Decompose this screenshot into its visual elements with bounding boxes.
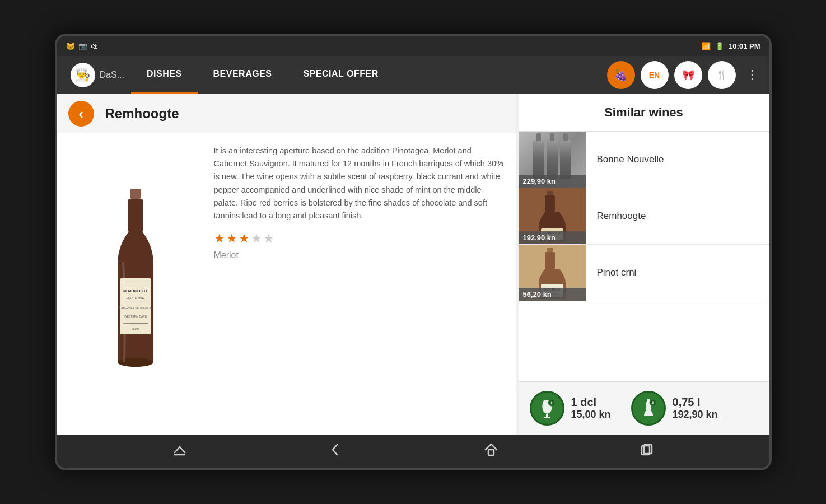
wine-name-remhoogte: Remhoogte xyxy=(586,211,646,222)
svg-text:ESTATE WINE: ESTATE WINE xyxy=(126,296,145,300)
wine-variety: Merlot xyxy=(214,250,239,260)
svg-text:🍴: 🍴 xyxy=(716,69,727,80)
bottle-2 xyxy=(547,140,558,179)
svg-rect-37 xyxy=(488,450,494,455)
add-dcl-info: 1 dcl 15,00 kn xyxy=(571,396,611,421)
nav-actions: 🍇 EN 🎀 🍴 ⋮ xyxy=(607,61,763,89)
nav-home-icon xyxy=(484,442,498,457)
tab-beverages[interactable]: BEVERAGES xyxy=(198,56,288,94)
grapes-button[interactable]: 🍇 xyxy=(607,61,635,89)
add-bottle-button[interactable]: + 0,75 l 192,90 kn xyxy=(631,391,718,426)
add-dcl-button[interactable]: + 1 dcl 15,00 kn xyxy=(530,391,611,426)
add-bottle-price: 192,90 kn xyxy=(673,409,718,421)
svg-text:+: + xyxy=(651,400,655,406)
nav-up-icon xyxy=(172,442,187,457)
status-left-icons: 🐱 📷 🛍 xyxy=(66,42,98,50)
nav-back-icon xyxy=(328,442,343,457)
wine-name-bonne: Bonne Nouvelle xyxy=(586,154,664,165)
service-button[interactable]: 🎀 xyxy=(674,61,702,89)
battery-icon: 🔋 xyxy=(715,42,724,50)
wine-thumb-bonne-nouvelle: 229,90 kn xyxy=(519,132,586,188)
left-panel-body: REMHOOGTE ESTATE WINE CABERNET SAUVIGNON… xyxy=(57,133,516,435)
status-bar: 🐱 📷 🛍 📶 🔋 10:01 PM xyxy=(57,36,769,56)
language-button[interactable]: EN xyxy=(641,61,669,89)
status-right: 📶 🔋 10:01 PM xyxy=(702,42,760,50)
wifi-icon: 📶 xyxy=(702,42,711,50)
add-dcl-volume: 1 dcl xyxy=(571,396,611,409)
left-panel: ‹ Remhoogte xyxy=(57,94,516,435)
svg-text:+: + xyxy=(550,400,553,406)
right-panel: Similar wines 229,90 kn Bonne Nouvelle xyxy=(519,94,769,435)
svg-rect-15 xyxy=(547,191,553,195)
bottle-1 xyxy=(533,140,544,179)
svg-rect-16 xyxy=(545,195,555,212)
logo-text: DaS... xyxy=(100,70,124,80)
wine-price-bonne: 229,90 kn xyxy=(519,175,586,188)
svg-text:WESTERN CAPE: WESTERN CAPE xyxy=(124,315,147,318)
add-bottle-info: 0,75 l 192,90 kn xyxy=(673,396,718,421)
similar-wine-list: 229,90 kn Bonne Nouvelle xyxy=(519,132,769,381)
svg-rect-22 xyxy=(547,248,553,252)
add-dcl-circle: + xyxy=(530,391,564,426)
wine-rating: ★ ★ ★ ★ ★ xyxy=(214,231,505,246)
main-content: ‹ Remhoogte xyxy=(57,94,769,435)
device-frame: 🐱 📷 🛍 📶 🔋 10:01 PM 👨‍🍳 DaS... DISHES BEV… xyxy=(55,34,772,470)
wine-price-pinot: 56,20 kn xyxy=(519,288,586,301)
wine-glass-icon: + xyxy=(537,398,557,418)
svg-rect-12 xyxy=(123,323,148,324)
tab-dishes[interactable]: DISHES xyxy=(131,56,198,94)
tab-special-offer[interactable]: SPECIAL OFFER xyxy=(288,56,394,94)
wine-item-remhoogte[interactable]: REMHOOGTE ESTATE 192,90 kn Remhoogte xyxy=(519,188,769,245)
star-4: ★ xyxy=(251,231,262,246)
add-bottle-volume: 0,75 l xyxy=(673,396,718,409)
clock: 10:01 PM xyxy=(729,42,760,50)
fork-knife-icon: 🍴 xyxy=(716,69,728,81)
wine-description: It is an interesting aperture based on t… xyxy=(214,144,505,222)
status-icon-3: 🛍 xyxy=(91,42,98,50)
svg-rect-9 xyxy=(123,302,148,302)
star-3: ★ xyxy=(239,231,250,246)
left-panel-header: ‹ Remhoogte xyxy=(57,94,516,133)
svg-rect-3 xyxy=(128,199,143,232)
wine-item-pinot-crni[interactable]: KUTJEVO GRAŠEVINA 56,20 kn Pinot crni xyxy=(519,245,769,301)
wine-thumb-remhoogte: REMHOOGTE ESTATE 192,90 kn xyxy=(519,188,586,244)
wine-image-container: REMHOOGTE ESTATE WINE CABERNET SAUVIGNON… xyxy=(68,144,203,423)
status-icon-1: 🐱 xyxy=(66,42,75,50)
star-1: ★ xyxy=(214,231,225,246)
nav-bar: 👨‍🍳 DaS... DISHES BEVERAGES SPECIAL OFFE… xyxy=(57,56,769,94)
more-options[interactable]: ⋮ xyxy=(741,68,763,82)
logo-icon: 👨‍🍳 xyxy=(71,63,95,87)
star-5: ★ xyxy=(263,231,274,246)
nav-recents-system[interactable] xyxy=(626,438,668,465)
bottle-3 xyxy=(560,140,571,179)
status-icon-2: 📷 xyxy=(78,42,87,50)
svg-text:REMHOOGTE: REMHOOGTE xyxy=(123,289,148,293)
wine-info: It is an interesting aperture based on t… xyxy=(214,144,505,423)
bottom-actions: + 1 dcl 15,00 kn xyxy=(519,381,769,435)
nav-tabs: DISHES BEVERAGES SPECIAL OFFER xyxy=(131,56,607,94)
wine-bottle-icon: + xyxy=(638,398,659,418)
svg-rect-28 xyxy=(546,414,548,417)
star-2: ★ xyxy=(226,231,237,246)
add-dcl-price: 15,00 kn xyxy=(571,409,611,421)
nav-back-system[interactable] xyxy=(159,438,200,465)
nav-home-system[interactable] xyxy=(470,438,512,465)
svg-rect-2 xyxy=(130,189,141,199)
wine-thumb-pinot: KUTJEVO GRAŠEVINA 56,20 kn xyxy=(519,245,586,301)
svg-rect-23 xyxy=(545,252,555,269)
add-bottle-circle: + xyxy=(631,391,666,426)
similar-wines-title: Similar wines xyxy=(530,105,758,120)
system-nav xyxy=(57,435,769,468)
back-button[interactable]: ‹ xyxy=(68,101,94,127)
svg-rect-29 xyxy=(544,417,550,418)
wine-title: Remhoogte xyxy=(105,106,179,122)
svg-text:750ml: 750ml xyxy=(132,327,139,330)
wine-item-bonne-nouvelle[interactable]: 229,90 kn Bonne Nouvelle xyxy=(519,132,769,188)
wine-name-pinot: Pinot crni xyxy=(586,267,637,278)
wine-price-remhoogte: 192,90 kn xyxy=(519,231,586,244)
menu-button[interactable]: 🍴 xyxy=(708,61,736,89)
nav-back-arrow-system[interactable] xyxy=(315,438,356,465)
similar-wines-header: Similar wines xyxy=(519,94,769,132)
svg-point-5 xyxy=(118,358,153,367)
nav-logo[interactable]: 👨‍🍳 DaS... xyxy=(64,63,131,87)
